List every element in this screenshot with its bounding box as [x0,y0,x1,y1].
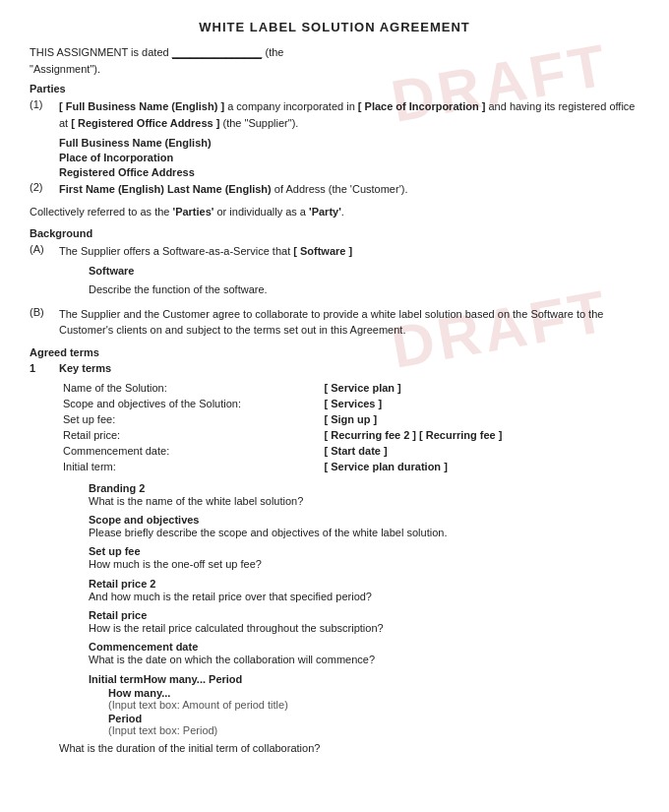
parties-heading: Parties [30,83,639,94]
table-cell-label: Initial term: [59,459,321,474]
bg-a-content: The Supplier offers a Software-as-a-Serv… [59,243,639,301]
table-cell-value: [ Services ] [321,396,640,411]
sub-scope-desc: Please briefly describe the scope and ob… [89,526,639,540]
bg-a-text: The Supplier offers a Software-as-a-Serv… [59,245,290,257]
table-cell-value: [ Service plan ] [321,380,640,396]
sub-period-hint: (Input text box: Period) [108,724,639,736]
section-1: 1 Key terms Name of the Solution:[ Servi… [30,362,639,757]
sub-retail-desc: How is the retail price calculated throu… [89,621,639,636]
sub-retail: Retail price How is the retail price cal… [89,609,639,636]
bg-a-sub-title: Software [89,263,639,280]
table-cell-value: [ Recurring fee 2 ] [ Recurring fee ] [321,427,640,443]
bg-a-bracket: [ Software ] [293,245,352,257]
table-cell-label: Set up fee: [59,411,321,427]
background-heading: Background [30,227,639,239]
sub-commencement-desc: What is the date on which the collaborat… [89,653,639,667]
table-row: Set up fee:[ Sign up ] [59,411,639,427]
assignment-paren: (the [266,46,284,58]
party1-address-bracket: [ Registered Office Address ] [71,117,219,129]
table-row: Name of the Solution:[ Service plan ] [59,380,639,396]
table-cell-label: Commencement date: [59,443,321,459]
party-2-num: (2) [30,181,59,198]
sub-retail-title: Retail price [89,609,639,621]
sub-howmany-label: How many... [108,687,639,699]
bg-b-content: The Supplier and the Customer agree to c… [59,306,639,339]
sub-retail2: Retail price 2 And how much is the retai… [89,578,639,604]
table-row: Commencement date:[ Start date ] [59,443,639,459]
sub-initialterm: Initial termHow many... Period How many.… [89,673,639,736]
sub-setupfee: Set up fee How much is the one-off set u… [89,545,639,572]
party1-place-bracket: [ Place of Incorporation ] [358,100,486,112]
sub-retail2-title: Retail price 2 [89,578,639,590]
sub-commencement: Commencement date What is the date on wh… [89,641,639,667]
party-1-num: (1) [30,98,59,131]
party1-after: (the "Supplier"). [222,117,298,129]
sub-howmany: How many... (Input text box: Amount of p… [108,687,639,711]
section-1-content: Key terms Name of the Solution:[ Service… [59,362,639,757]
table-cell-value: [ Sign up ] [321,411,640,427]
table-cell-value: [ Start date ] [321,443,640,459]
party-1-content: [ Full Business Name (English) ] a compa… [59,98,639,131]
party2-text: of Address (the 'Customer'). [274,183,408,195]
sub-scope-title: Scope and objectives [89,514,639,526]
sub-branding2-title: Branding 2 [89,482,639,494]
sub-branding2: Branding 2 What is the name of the white… [89,482,639,509]
bg-b-letter: (B) [30,306,59,339]
sub-commencement-title: Commencement date [89,641,639,653]
party-2-row: (2) First Name (English) Last Name (Engl… [30,181,639,198]
assignment-line: THIS ASSIGNMENT is dated _______________… [30,46,639,59]
key-terms-table: Name of the Solution:[ Service plan ]Sco… [59,380,639,474]
assignment-line2: "Assignment"). [30,63,639,75]
key-terms-heading: Key terms [59,362,639,374]
sub-scope: Scope and objectives Please briefly desc… [89,514,639,540]
sub-setupfee-desc: How much is the one-off set up fee? [89,557,639,572]
assignment-text-1: THIS ASSIGNMENT is dated [30,46,169,58]
section-1-num: 1 [30,362,59,757]
bg-a-sub-desc: Describe the function of the software. [89,281,639,298]
party1-name-bracket: [ Full Business Name (English) ] [59,100,224,112]
party1-field-0: Full Business Name (English) [59,137,639,149]
table-row: Retail price:[ Recurring fee 2 ] [ Recur… [59,427,639,443]
party1-mid1: a company incorporated in [227,100,358,112]
table-cell-value: [ Service plan duration ] [321,459,640,474]
background-b-row: (B) The Supplier and the Customer agree … [30,306,639,339]
assignment-blank: _______________ [172,46,263,59]
party-1-row: (1) [ Full Business Name (English) ] a c… [30,98,639,131]
table-cell-label: Retail price: [59,427,321,443]
table-cell-label: Name of the Solution: [59,380,321,396]
bg-a-letter: (A) [30,243,59,301]
collectively-text: Collectively referred to as the 'Parties… [30,204,639,220]
final-question: What is the duration of the initial term… [59,741,639,756]
party-2-content: First Name (English) Last Name (English)… [59,181,639,198]
sub-howmany-hint: (Input text box: Amount of period title) [108,699,639,711]
sub-initialterm-title: Initial termHow many... Period [89,673,639,685]
sub-branding2-desc: What is the name of the white label solu… [89,494,639,509]
sub-period-label: Period [108,713,639,724]
table-row: Initial term:[ Service plan duration ] [59,459,639,474]
sub-retail2-desc: And how much is the retail price over th… [89,590,639,604]
party2-name: First Name (English) Last Name (English) [59,183,272,195]
party1-field-1: Place of Incorporation [59,152,639,163]
party1-field-2: Registered Office Address [59,166,639,178]
agreed-terms-heading: Agreed terms [30,346,639,358]
table-row: Scope and objectives of the Solution:[ S… [59,396,639,411]
table-cell-label: Scope and objectives of the Solution: [59,396,321,411]
sub-period: Period (Input text box: Period) [108,713,639,736]
background-a-row: (A) The Supplier offers a Software-as-a-… [30,243,639,301]
sub-setupfee-title: Set up fee [89,545,639,557]
document-title: WHITE LABEL SOLUTION AGREEMENT [30,20,639,34]
